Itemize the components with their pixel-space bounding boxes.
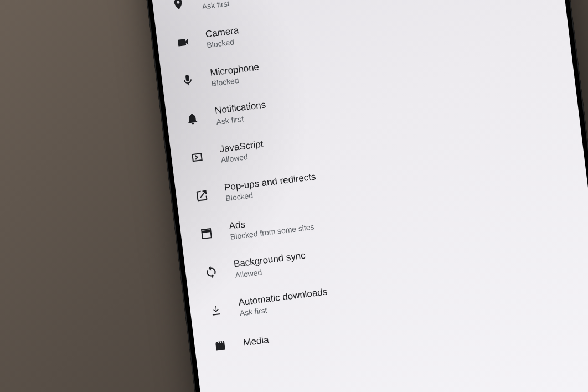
download-icon	[207, 302, 224, 319]
phone-frame: Location Ask first Camera Blocked	[138, 0, 588, 392]
media-icon	[212, 337, 229, 354]
camera-icon	[174, 34, 192, 51]
microphone-icon	[179, 72, 196, 89]
setting-title: Media	[243, 334, 270, 349]
bell-icon	[184, 110, 201, 127]
location-pin-icon	[169, 0, 187, 13]
site-settings-list: Location Ask first Camera Blocked	[151, 0, 588, 365]
open-in-new-icon	[193, 187, 210, 204]
code-enter-icon	[188, 148, 205, 166]
window-icon	[198, 225, 215, 243]
setting-subtitle: Ask first	[202, 0, 238, 12]
phone-screen: Location Ask first Camera Blocked	[145, 0, 588, 392]
sync-icon	[203, 264, 220, 281]
